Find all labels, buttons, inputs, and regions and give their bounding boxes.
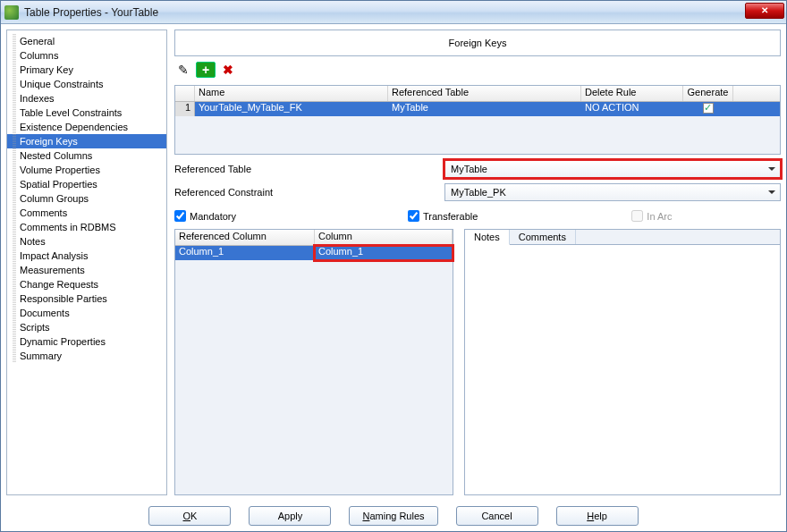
nav-panel[interactable]: GeneralColumnsPrimary KeyUnique Constrai…: [6, 30, 167, 495]
nav-item[interactable]: General: [7, 34, 166, 48]
nav-item[interactable]: Comments: [7, 206, 166, 220]
nav-item[interactable]: Spatial Properties: [7, 177, 166, 191]
col-header-referenced: Referenced Table: [388, 86, 581, 101]
foreign-keys-table[interactable]: Name Referenced Table Delete Rule Genera…: [174, 85, 781, 155]
tab-notes[interactable]: Notes: [465, 230, 510, 245]
referenced-table-label: Referenced Table: [174, 164, 344, 174]
nav-item[interactable]: Notes: [7, 234, 166, 249]
nav-item[interactable]: Table Level Constraints: [7, 106, 166, 120]
nav-item[interactable]: Indexes: [7, 91, 166, 106]
col-header-delete-rule: Delete Rule: [581, 86, 683, 101]
ok-button[interactable]: OK: [148, 506, 231, 526]
nav-item[interactable]: Unique Constraints: [7, 77, 166, 91]
col-header-generate: Generate: [683, 86, 733, 101]
apply-button[interactable]: Apply: [249, 506, 331, 526]
nav-item[interactable]: Dynamic Properties: [7, 334, 166, 349]
nav-item[interactable]: Measurements: [7, 263, 166, 277]
nav-item[interactable]: Summary: [7, 349, 166, 363]
columns-mapping-table[interactable]: Referenced Column Column Column_1 Column…: [174, 229, 453, 495]
nav-item[interactable]: Existence Dependencies: [7, 120, 166, 134]
tab-comments[interactable]: Comments: [510, 230, 576, 244]
notes-pane: Notes Comments: [464, 229, 781, 495]
nav-item[interactable]: Primary Key: [7, 63, 166, 77]
cancel-button[interactable]: Cancel: [456, 506, 538, 526]
referenced-constraint-dropdown[interactable]: MyTable_PK: [444, 183, 781, 201]
column-cell-dropdown[interactable]: Column_1: [315, 246, 453, 260]
col-header-column: Column: [315, 230, 453, 245]
nav-item[interactable]: Documents: [7, 306, 166, 320]
mandatory-checkbox[interactable]: Mandatory: [174, 210, 236, 222]
nav-item[interactable]: Impact Analysis: [7, 249, 166, 263]
in-arc-checkbox: In Arc: [631, 210, 672, 222]
nav-item[interactable]: Change Requests: [7, 277, 166, 291]
nav-item[interactable]: Scripts: [7, 320, 166, 334]
nav-item[interactable]: Nested Columns: [7, 148, 166, 163]
table-row[interactable]: 1 YourTable_MyTable_FK MyTable NO ACTION: [175, 102, 780, 116]
transferable-checkbox[interactable]: Transferable: [408, 210, 478, 222]
referenced-table-dropdown[interactable]: MyTable: [444, 160, 781, 178]
col-header-name: Name: [195, 86, 388, 101]
nav-item[interactable]: Volume Properties: [7, 163, 166, 177]
nav-item[interactable]: Responsible Parties: [7, 291, 166, 306]
delete-icon[interactable]: ✖: [219, 62, 237, 78]
nav-item[interactable]: Comments in RDBMS: [7, 220, 166, 234]
referenced-constraint-label: Referenced Constraint: [174, 187, 344, 198]
naming-rules-button[interactable]: Naming Rules: [349, 506, 437, 526]
nav-item[interactable]: Column Groups: [7, 191, 166, 206]
nav-item[interactable]: Foreign Keys: [7, 134, 166, 148]
notes-textarea[interactable]: [465, 245, 780, 494]
help-button[interactable]: Help: [556, 506, 639, 526]
add-icon[interactable]: +: [196, 62, 216, 78]
col-header-referenced-column: Referenced Column: [175, 230, 315, 245]
nav-item[interactable]: Columns: [7, 48, 166, 63]
edit-icon[interactable]: ✎: [174, 62, 192, 78]
generate-checkbox[interactable]: [703, 103, 714, 114]
titlebar: Table Properties - YourTable ✕: [1, 1, 786, 24]
table-row[interactable]: Column_1 Column_1: [175, 246, 453, 260]
panel-header: Foreign Keys: [174, 30, 781, 56]
dialog-window: Table Properties - YourTable ✕ GeneralCo…: [0, 0, 787, 532]
window-title: Table Properties - YourTable: [24, 6, 745, 19]
close-icon[interactable]: ✕: [745, 3, 784, 19]
app-icon: [4, 5, 19, 20]
